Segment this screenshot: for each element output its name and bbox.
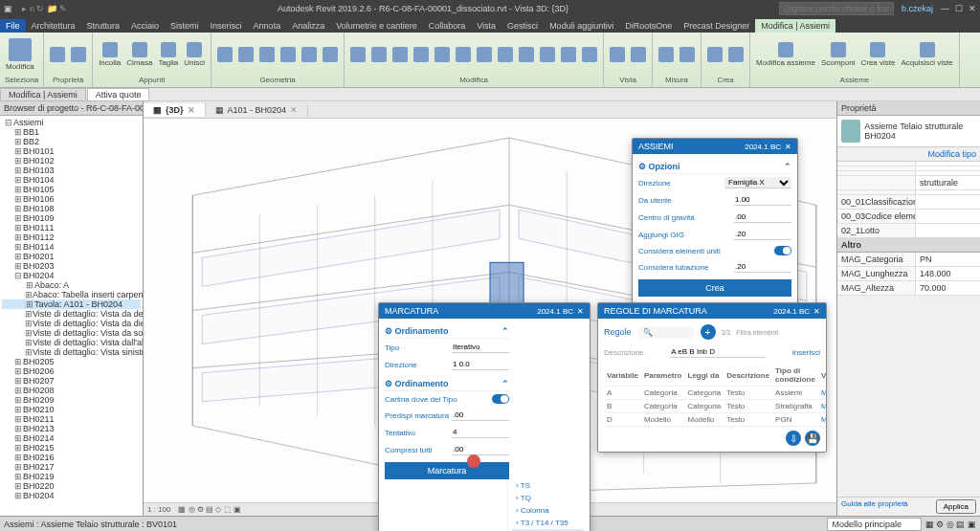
ribbon-button[interactable]: [236, 45, 256, 64]
category-item[interactable]: › T3 / T14 / T35: [512, 517, 584, 529]
tree-item[interactable]: ⊟Assiemi: [2, 118, 141, 127]
view-tab[interactable]: ▦{3D}✕: [144, 103, 206, 117]
tree-item[interactable]: ⊞BH0204: [2, 491, 141, 500]
ribbon-button[interactable]: Modifica assieme: [754, 40, 817, 69]
regole-tab[interactable]: Regole: [604, 327, 632, 337]
regole-filter[interactable]: Filtra elementi: [736, 329, 778, 336]
tree-item[interactable]: ⊞BH0207: [2, 376, 141, 386]
ribbon-tab[interactable]: Architettura: [26, 19, 81, 33]
ribbon-button[interactable]: [705, 45, 724, 64]
tree-item[interactable]: ⊞BH0205: [2, 357, 141, 366]
tree-item[interactable]: ⊞BH0111: [2, 223, 141, 232]
tree-item[interactable]: ⊞BH0210: [2, 405, 141, 414]
ribbon-button[interactable]: [48, 45, 67, 64]
tree-item[interactable]: ⊞BH0213: [2, 424, 141, 433]
assiemi-input[interactable]: [734, 229, 791, 240]
ribbon-button[interactable]: [433, 45, 452, 64]
ribbon-button[interactable]: [348, 45, 368, 64]
ribbon-button[interactable]: [559, 45, 578, 64]
tree-item[interactable]: ⊞Viste di dettaglio: Vista sinistra: [2, 347, 141, 357]
tree-item[interactable]: ⊞BH0215: [2, 443, 141, 453]
ribbon-button[interactable]: Incolla: [97, 40, 122, 69]
ribbon-tab[interactable]: Precast Designer: [678, 19, 755, 33]
assiemi-input[interactable]: [734, 194, 791, 206]
tree-item[interactable]: ⊞BH0109: [2, 213, 141, 223]
tree-item[interactable]: ⊞BH0211: [2, 414, 141, 424]
tree-item[interactable]: ⊞BH0217: [2, 462, 141, 472]
props-group-header[interactable]: Altro: [837, 238, 980, 253]
tree-item[interactable]: ⊞BH0105: [2, 185, 141, 194]
tree-item[interactable]: ⊞BH0208: [2, 386, 141, 395]
desc-input[interactable]: [670, 346, 766, 358]
marcatura-btn[interactable]: Marcatura: [385, 462, 509, 479]
ribbon-tab[interactable]: Inserisci: [205, 19, 248, 33]
ribbon-button[interactable]: [657, 45, 676, 64]
ribbon-button[interactable]: [496, 45, 515, 64]
add-rule-btn[interactable]: +: [701, 324, 716, 340]
tree-item[interactable]: ⊞BH0203: [2, 261, 141, 271]
toggle[interactable]: [774, 246, 791, 255]
close-tab-icon[interactable]: ✕: [188, 105, 195, 115]
maximize-btn[interactable]: ☐: [955, 4, 963, 13]
assiemi-input[interactable]: [734, 261, 791, 273]
sub-tab[interactable]: Attiva quote: [87, 88, 150, 101]
ribbon-button[interactable]: [412, 45, 431, 64]
tree-item[interactable]: ⊞BH0214: [2, 433, 141, 443]
assiemi-select[interactable]: Famiglia X: [724, 177, 791, 188]
marc-input[interactable]: [452, 427, 509, 438]
table-row[interactable]: DModelloModelloTestoPGNModificaElimina: [604, 413, 827, 427]
view-controls[interactable]: ▦ ◎ ⚙ ▤ ◇ ⬚ ▣: [178, 505, 240, 514]
ribbon-button[interactable]: Crea viste: [858, 40, 897, 69]
model-select[interactable]: Modello principale: [827, 518, 922, 531]
ribbon-tab[interactable]: Volumetrie e cantiere: [330, 19, 423, 33]
marc-input[interactable]: [452, 342, 509, 353]
ribbon-button[interactable]: [629, 45, 648, 64]
import-btn[interactable]: ⇩: [786, 431, 801, 446]
regole-search[interactable]: [637, 326, 695, 339]
tree-item[interactable]: ⊞Viste di dettaglio: Vista da sotto: [2, 328, 141, 338]
marc-input[interactable]: [452, 444, 509, 455]
tree-item[interactable]: ⊞BH0114: [2, 242, 141, 252]
ribbon-button[interactable]: Modifica: [4, 36, 36, 73]
ribbon-button[interactable]: [257, 45, 277, 64]
view-tab[interactable]: ▦A101 - BH0204✕: [206, 103, 309, 117]
props-help-link[interactable]: Guida alle proprietà: [841, 499, 908, 514]
category-item[interactable]: › TS: [512, 479, 584, 492]
table-row[interactable]: BCategoriaCategoriaTestoStratigrafiaModi…: [604, 400, 827, 413]
assiemi-input[interactable]: [734, 211, 791, 223]
ribbon-button[interactable]: [454, 45, 473, 64]
regole-close-icon[interactable]: ✕: [813, 307, 820, 316]
status-icons[interactable]: ▦ ⚙ ◎ ▤ ▣: [925, 520, 976, 529]
ribbon-button[interactable]: Acquisisci viste: [899, 40, 954, 69]
ribbon-button[interactable]: Taglia: [156, 40, 180, 69]
ribbon-button[interactable]: [580, 45, 599, 64]
ribbon-button[interactable]: [369, 45, 389, 64]
view-scale[interactable]: 1 : 100: [147, 505, 170, 514]
tree-item[interactable]: ⊞BB1: [2, 127, 141, 137]
tree-item[interactable]: ⊞BB2: [2, 137, 141, 146]
tree-item[interactable]: ⊞BH0104: [2, 175, 141, 185]
props-apply-btn[interactable]: Applica: [936, 499, 976, 514]
tree-item[interactable]: ⊞BH0112: [2, 232, 141, 242]
ribbon-tab[interactable]: Modifica | Assiemi: [755, 19, 835, 33]
tree-item[interactable]: ⊞Viste di dettaglio: Vista dall'alto: [2, 338, 141, 347]
tree-item[interactable]: ⊞BH0219: [2, 472, 141, 481]
tree-item[interactable]: ⊞BH0106: [2, 194, 141, 204]
ribbon-button[interactable]: [278, 45, 298, 64]
ribbon-tab[interactable]: Vista: [471, 19, 501, 33]
ribbon-button[interactable]: [678, 45, 697, 64]
insert-link[interactable]: Inserisci: [792, 348, 820, 357]
table-row[interactable]: ACategoriaCategoriaTestoAssiemiModificaE…: [604, 387, 827, 400]
tree-item[interactable]: ⊞Tavola: A101 - BH0204: [2, 299, 141, 309]
ribbon-button[interactable]: Cimasa: [124, 40, 154, 69]
ribbon-tab[interactable]: Sistemi: [165, 19, 205, 33]
ribbon-button[interactable]: [475, 45, 494, 64]
save-btn[interactable]: 💾: [805, 431, 820, 446]
tree-item[interactable]: ⊞BH0201: [2, 252, 141, 261]
tree-item[interactable]: ⊞BH0103: [2, 166, 141, 175]
ribbon-button[interactable]: [69, 45, 88, 64]
ribbon-tab[interactable]: DiRootsOne: [619, 19, 678, 33]
ribbon-button[interactable]: Scomponi: [819, 40, 858, 69]
ribbon-button[interactable]: Unisci: [182, 40, 207, 69]
tree-item[interactable]: ⊞BH0101: [2, 146, 141, 156]
